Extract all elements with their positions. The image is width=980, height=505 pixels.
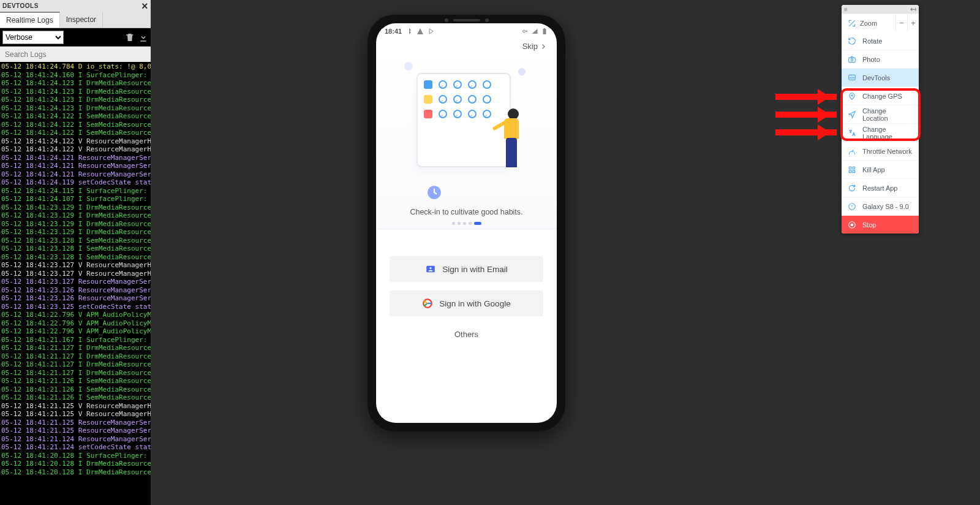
toolbar-item-label: Stop [862,221,876,229]
log-line: 05-12 18:41:23.129 I DrmMediaResourceHel… [1,220,149,229]
chevron-right-icon [540,43,547,50]
onboarding-caption: Check-in to cultivate good habits. [376,208,557,216]
log-line: 05-12 18:41:23.129 I DrmMediaResourceHel… [1,228,149,237]
signin-email-button[interactable]: Sign in with Email [390,256,543,282]
log-line: 05-12 18:41:20.128 I DrmMediaResourceHel… [1,468,149,477]
download-icon[interactable] [138,32,148,42]
tab-realtime-logs[interactable]: Realtime Logs [0,12,60,28]
expand-icon[interactable] [848,19,856,28]
toolbar-item-label: Change Location [862,107,913,122]
log-line: 05-12 18:41:24.115 I SurfacePlinger: get… [1,187,149,196]
log-line: 05-12 18:41:21.124 setCodecState state :… [1,443,149,452]
log-line: 05-12 18:41:23.128 I SemMediaResourceHel… [1,245,149,253]
toolbar-item-label: DevTools [862,74,890,82]
collapse-icon[interactable]: ↤ [910,5,916,13]
svg-rect-2 [544,28,545,29]
bluetooth-icon [405,28,413,35]
log-line: 05-12 18:41:20.128 I DrmMediaResourceHel… [1,460,149,468]
zoom-out-button[interactable]: − [895,14,907,32]
others-button[interactable]: Others [376,330,557,339]
stop-icon [848,221,856,229]
log-line: 05-12 18:41:24.122 V ResourceManagerHelp… [1,145,149,154]
signin-email-label: Sign in with Email [442,265,508,274]
play-icon [428,28,435,35]
svg-rect-12 [853,167,855,169]
toolbar-item-location[interactable]: Change Location [842,105,919,123]
annotation-arrow [775,94,837,100]
svg-point-17 [851,224,853,226]
log-line: 05-12 18:41:23.125 setCodecState state :… [1,303,149,311]
signin-google-label: Sign in with Google [439,299,510,308]
log-level-select[interactable]: Verbose [2,31,64,44]
log-line: 05-12 18:41:21.127 I DrmMediaResourceHel… [1,369,149,378]
log-line: 05-12 18:41:24.122 I SemMediaResourceHel… [1,121,149,129]
toolbar-item-label: Restart App [862,184,897,192]
log-line: 05-12 18:41:24.121 ResourceManagerServic… [1,170,149,179]
log-line: 05-12 18:41:22.796 V APM_AudioPolicyMana… [1,319,149,328]
toolbar-item-devtools[interactable]: DevTools [842,68,919,86]
log-line: 05-12 18:41:21.125 V ResourceManagerHelp… [1,410,149,419]
log-line: 05-12 18:41:24.784 D io_stats: !@ 8,0 r … [1,63,149,71]
log-line: 05-12 18:41:23.129 I DrmMediaResourceHel… [1,203,149,212]
toolbar-item-kill[interactable]: Kill App [842,160,919,178]
status-time: 18:41 [385,28,402,35]
toolbar-item-label: Change Language [862,126,913,140]
log-line: 05-12 18:41:24.121 ResourceManagerServic… [1,162,149,170]
toolbar-item-photo[interactable]: Photo [842,50,919,68]
email-icon [425,264,436,275]
log-line: 05-12 18:41:21.125 ResourceManagerServic… [1,419,149,427]
gps-icon [848,92,856,101]
phone-power-button [565,122,567,165]
toolbar-item-label: Photo [862,56,880,63]
grip-icon: ≡ [844,6,848,13]
trash-icon[interactable] [125,32,135,42]
battery-icon [541,28,548,35]
log-line: 05-12 18:41:22.796 V APM_AudioPolicyMana… [1,327,149,336]
clock-icon [426,184,442,200]
toolbar-item-gps[interactable]: Change GPS [842,86,919,105]
log-line: 05-12 18:41:24.123 I DrmMediaResourceHel… [1,88,149,96]
emulator-toolbar: ≡ ↤ Zoom − + RotatePhotoDevToolsChange G… [842,5,919,234]
log-line: 05-12 18:41:23.128 I SemMediaResourceHel… [1,237,149,245]
toolbar-item-restart[interactable]: Restart App [842,178,919,197]
svg-point-5 [430,267,432,269]
annotation-arrow [775,129,837,135]
log-line: 05-12 18:41:24.121 ResourceManagerServic… [1,154,149,162]
toolbar-drag-handle[interactable]: ≡ ↤ [842,5,919,13]
log-line: 05-12 18:41:24.123 I DrmMediaResourceHel… [1,104,149,113]
devtools-toolbar: Verbose [0,28,151,47]
toolbar-item-rotate[interactable]: Rotate [842,32,919,50]
log-line: 05-12 18:41:21.125 ResourceManagerServic… [1,427,149,435]
skip-button[interactable]: Skip [376,39,557,51]
toolbar-item-language[interactable]: Change Language [842,123,919,142]
log-output[interactable]: 05-12 18:41:24.784 D io_stats: !@ 8,0 r … [0,62,151,505]
status-bar: 18:41 [376,23,557,39]
tab-inspector[interactable]: Inspector [60,12,103,28]
toolbar-item-throttle[interactable]: Throttle Network [842,142,919,160]
log-line: 05-12 18:41:23.127 ResourceManagerServic… [1,278,149,286]
svg-point-0 [523,30,526,32]
location-icon [848,110,856,119]
toolbar-item-device[interactable]: Galaxy S8 - 9.0 [842,197,919,215]
close-icon[interactable]: × [141,2,148,10]
signin-google-button[interactable]: Sign in with Google [390,290,543,316]
skip-label: Skip [522,42,538,51]
svg-rect-13 [849,170,851,173]
log-line: 05-12 18:41:24.107 I SurfacePlinger: SFW… [1,195,149,203]
language-icon [848,129,856,137]
photo-icon [848,55,856,64]
toolbar-item-stop[interactable]: Stop [842,215,919,234]
log-line: 05-12 18:41:23.129 I DrmMediaResourceHel… [1,211,149,220]
toolbar-item-label: Galaxy S8 - 9.0 [862,203,909,210]
zoom-in-button[interactable]: + [907,14,919,32]
log-line: 05-12 18:41:23.128 I SemMediaResourceHel… [1,253,149,262]
svg-point-10 [851,94,853,96]
phone-screen[interactable]: 18:41 Skip [376,23,557,423]
log-line: 05-12 18:41:22.796 V APM_AudioPolicyMana… [1,311,149,319]
search-logs-input[interactable] [0,47,151,62]
kill-icon [848,165,856,174]
annotation-arrow [775,112,837,118]
svg-rect-14 [853,170,855,173]
devtools-header: DEVTOOLS × [0,0,151,12]
log-line: 05-12 18:41:24.160 I SurfacePlinger: get… [1,71,149,80]
